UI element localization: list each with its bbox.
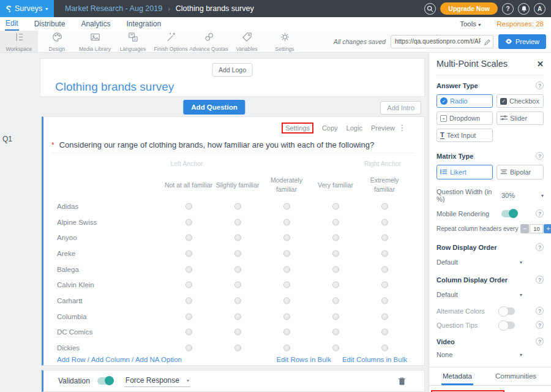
- radio-option[interactable]: [332, 297, 339, 304]
- answer-type-text-input[interactable]: T Text Input: [437, 129, 493, 142]
- radio-option[interactable]: [234, 329, 241, 336]
- radio-option[interactable]: [381, 297, 388, 304]
- trash-icon[interactable]: [398, 377, 406, 388]
- edit-columns-in-bulk-link[interactable]: Edit Columns in Bulk: [342, 356, 407, 363]
- help-icon[interactable]: ?: [536, 243, 544, 251]
- row-display-order-select[interactable]: Default ▾: [437, 258, 522, 266]
- radio-option[interactable]: [234, 250, 241, 257]
- tab-communities[interactable]: Communities: [494, 368, 538, 385]
- radio-option[interactable]: [234, 282, 241, 288]
- notifications-bell-icon[interactable]: [518, 3, 530, 15]
- radio-option[interactable]: [186, 329, 192, 336]
- column-display-order-select[interactable]: Default ▾: [437, 291, 522, 298]
- radio-option[interactable]: [186, 313, 192, 320]
- tab-edit[interactable]: Edit: [5, 18, 19, 31]
- radio-option[interactable]: [283, 313, 290, 320]
- question-width-value[interactable]: 30%: [501, 192, 515, 199]
- radio-option[interactable]: [283, 235, 290, 241]
- minus-button[interactable]: −: [520, 224, 529, 233]
- alternate-colors-toggle[interactable]: [499, 307, 515, 315]
- plus-button[interactable]: +: [544, 224, 551, 233]
- breadcrumb-folder[interactable]: Market Research - Aug 2019: [65, 4, 162, 13]
- help-icon[interactable]: ?: [536, 321, 544, 329]
- help-icon[interactable]: ?: [536, 307, 544, 315]
- help-icon[interactable]: ?: [536, 276, 544, 284]
- question-settings-button[interactable]: Settings: [282, 123, 313, 134]
- help-icon[interactable]: ?: [536, 337, 544, 345]
- radio-option[interactable]: [283, 219, 290, 225]
- question-copy-button[interactable]: Copy: [322, 124, 338, 132]
- radio-option[interactable]: [381, 219, 388, 225]
- matrix-type-bipolar[interactable]: Bipolar: [497, 165, 544, 179]
- radio-option[interactable]: [381, 235, 388, 241]
- radio-option[interactable]: [186, 203, 192, 209]
- radio-option[interactable]: [186, 219, 192, 225]
- add-logo-button[interactable]: Add Logo: [212, 63, 253, 77]
- help-icon[interactable]: ?: [536, 152, 544, 160]
- search-icon[interactable]: [424, 3, 436, 15]
- add-link-add-na-option[interactable]: Add NA Option: [135, 356, 182, 363]
- radio-option[interactable]: [332, 235, 339, 241]
- radio-option[interactable]: [186, 282, 192, 288]
- radio-option[interactable]: [332, 203, 339, 209]
- add-link-add-row[interactable]: Add Row: [57, 356, 86, 363]
- radio-option[interactable]: [234, 345, 241, 352]
- answer-type-slider[interactable]: Slider: [497, 111, 544, 125]
- toolbar-item-languages[interactable]: A Languages: [114, 31, 152, 52]
- toolbar-item-advance-quotas[interactable]: Advance Quotas: [190, 31, 228, 52]
- more-options-icon[interactable]: ⋮: [398, 123, 406, 132]
- close-icon[interactable]: ✕: [537, 59, 544, 69]
- radio-option[interactable]: [332, 329, 339, 336]
- toolbar-item-settings[interactable]: Settings: [266, 31, 304, 52]
- answer-type-dropdown[interactable]: ▾ Dropdown: [437, 111, 493, 125]
- question-preview-button[interactable]: Preview: [371, 124, 395, 132]
- radio-option[interactable]: [186, 345, 192, 352]
- radio-option[interactable]: [186, 235, 192, 241]
- tab-integration[interactable]: Integration: [126, 18, 162, 30]
- answer-type-radio[interactable]: ✓ Radio: [437, 94, 493, 108]
- tab-analytics[interactable]: Analytics: [80, 18, 111, 30]
- responses-count[interactable]: Responses: 28: [497, 20, 544, 28]
- add-question-button[interactable]: Add Question: [183, 100, 245, 115]
- radio-option[interactable]: [283, 345, 290, 352]
- radio-option[interactable]: [381, 282, 388, 288]
- radio-option[interactable]: [283, 266, 290, 273]
- avatar[interactable]: A: [534, 3, 545, 15]
- pencil-icon[interactable]: [484, 37, 490, 48]
- radio-option[interactable]: [332, 266, 339, 273]
- survey-title[interactable]: Clothing brands survey: [55, 80, 174, 94]
- radio-option[interactable]: [332, 313, 339, 320]
- radio-option[interactable]: [381, 329, 388, 336]
- radio-option[interactable]: [186, 297, 192, 304]
- toolbar-item-workspace[interactable]: Workspace: [0, 31, 38, 52]
- radio-option[interactable]: [381, 313, 388, 320]
- radio-option[interactable]: [234, 313, 241, 320]
- add-link-add-column[interactable]: Add Column: [91, 356, 130, 363]
- toolbar-item-media-library[interactable]: Media Library: [76, 31, 114, 52]
- upgrade-button[interactable]: Upgrade Now: [440, 2, 498, 15]
- radio-option[interactable]: [381, 203, 388, 209]
- toolbar-item-finish-options[interactable]: Finish Options: [152, 31, 190, 52]
- mobile-rendering-toggle[interactable]: [501, 210, 517, 217]
- radio-option[interactable]: [186, 266, 192, 273]
- radio-option[interactable]: [186, 250, 192, 257]
- radio-option[interactable]: [234, 203, 241, 209]
- radio-option[interactable]: [283, 329, 290, 336]
- repeat-headers-value[interactable]: 10: [530, 224, 543, 233]
- radio-option[interactable]: [381, 345, 388, 352]
- edit-rows-in-bulk-link[interactable]: Edit Rows in Bulk: [276, 356, 331, 363]
- validation-select[interactable]: Force Response ▾: [124, 375, 190, 387]
- answer-type-checkbox[interactable]: ✓ Checkbox: [497, 94, 544, 108]
- toolbar-item-variables[interactable]: Variables: [228, 31, 266, 52]
- question-tips-toggle[interactable]: [499, 322, 515, 329]
- radio-option[interactable]: [381, 250, 388, 257]
- radio-option[interactable]: [234, 297, 241, 304]
- question-text[interactable]: Considering our range of clothing brands…: [59, 140, 375, 149]
- radio-option[interactable]: [332, 219, 339, 225]
- help-icon[interactable]: ?: [536, 81, 544, 89]
- add-intro-button[interactable]: Add Intro: [380, 101, 421, 115]
- question-logic-button[interactable]: Logic: [347, 124, 362, 132]
- product-switcher[interactable]: ? Surveys ▾: [0, 0, 54, 17]
- tab-metadata[interactable]: Metadata: [441, 368, 473, 385]
- help-icon[interactable]: ?: [502, 3, 514, 15]
